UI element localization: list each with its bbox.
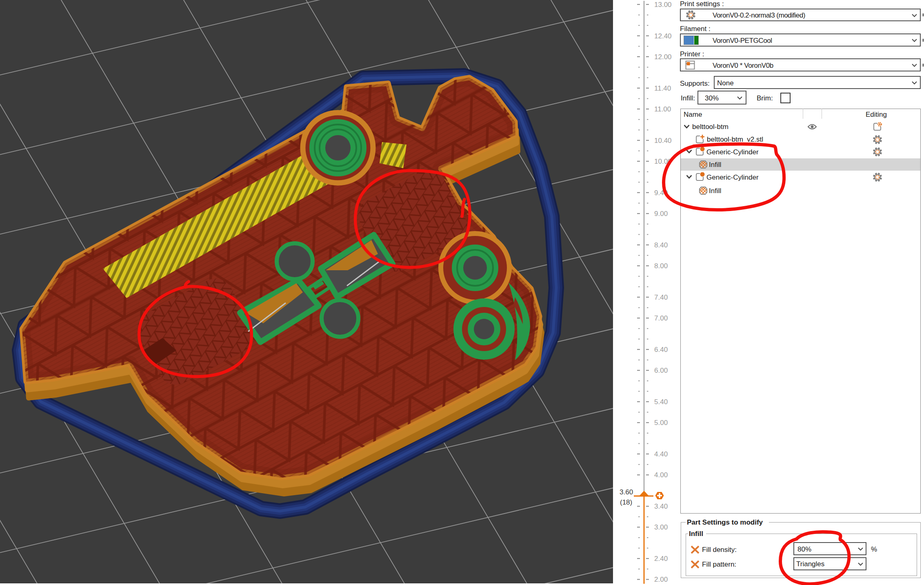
svg-text:11.00: 11.00 — [654, 105, 671, 113]
svg-text:2.40: 2.40 — [654, 555, 668, 563]
svg-text:8.00: 8.00 — [654, 262, 668, 270]
svg-text:13.00: 13.00 — [654, 1, 672, 9]
svg-text:12.40: 12.40 — [654, 32, 672, 40]
svg-text:3.60: 3.60 — [620, 488, 633, 496]
svg-text:11.40: 11.40 — [654, 85, 671, 92]
svg-text:3.40: 3.40 — [654, 503, 668, 510]
svg-text:5.40: 5.40 — [654, 398, 668, 406]
svg-text:8.40: 8.40 — [654, 241, 668, 249]
svg-text:5.00: 5.00 — [654, 419, 668, 427]
svg-text:12.00: 12.00 — [654, 53, 672, 61]
svg-text:7.00: 7.00 — [654, 314, 668, 322]
svg-text:4.00: 4.00 — [654, 471, 668, 479]
svg-text:(18): (18) — [620, 498, 632, 506]
svg-text:2.00: 2.00 — [654, 576, 668, 583]
svg-text:6.40: 6.40 — [654, 346, 668, 354]
svg-text:4.40: 4.40 — [654, 450, 668, 458]
svg-text:3.00: 3.00 — [654, 523, 668, 531]
svg-text:7.40: 7.40 — [654, 294, 668, 301]
svg-text:6.00: 6.00 — [654, 367, 668, 374]
